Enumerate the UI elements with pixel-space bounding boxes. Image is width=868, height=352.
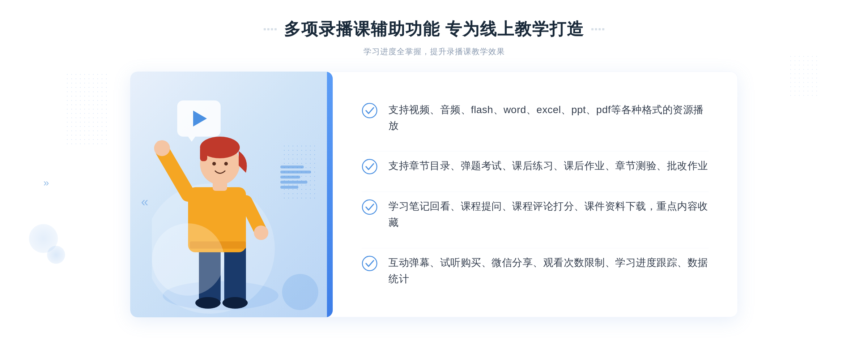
check-icon-2 [362, 159, 378, 175]
inner-arrow-decoration: « [141, 194, 148, 210]
feature-text-4: 互动弹幕、试听购买、微信分享、观看次数限制、学习进度跟踪、数据统计 [388, 255, 709, 287]
blue-accent-bar [327, 72, 333, 317]
deco-circle-large [152, 223, 224, 296]
main-title: 多项录播课辅助功能 专为线上教学打造 [284, 18, 584, 40]
dots-decoration-left [65, 72, 109, 145]
svg-point-20 [362, 159, 377, 174]
svg-rect-3 [224, 245, 246, 303]
svg-point-5 [222, 297, 248, 309]
page-container: » 多项录播课辅助功能 专为线上教学打造 学习进度全掌握，提升录播课教学效果 [0, 0, 868, 352]
feature-item-2: 支持章节目录、弹题考试、课后练习、课后作业、章节测验、批改作业 [362, 151, 709, 181]
feature-text-3: 学习笔记回看、课程提问、课程评论打分、课件资料下载，重点内容收藏 [388, 198, 709, 231]
sub-title: 学习进度全掌握，提升录播课教学效果 [264, 46, 605, 57]
header-section: 多项录播课辅助功能 专为线上教学打造 学习进度全掌握，提升录播课教学效果 [264, 18, 605, 57]
decoration-right [591, 28, 604, 30]
check-icon-3 [362, 199, 378, 215]
dots-decoration-right [788, 54, 817, 98]
feature-text-1: 支持视频、音频、flash、word、excel、ppt、pdf等各种格式的资源… [388, 102, 709, 134]
decoration-left [264, 28, 277, 30]
feature-text-2: 支持章节目录、弹题考试、课后练习、课后作业、章节测验、批改作业 [388, 158, 708, 174]
feature-item-3: 学习笔记回看、课程提问、课程评论打分、课件资料下载，重点内容收藏 [362, 192, 709, 237]
check-icon-1 [362, 103, 378, 119]
svg-point-17 [224, 162, 228, 166]
svg-point-22 [362, 256, 377, 271]
svg-point-16 [212, 162, 216, 166]
illustration-card: « [130, 72, 333, 317]
svg-point-10 [154, 140, 170, 156]
svg-point-4 [195, 297, 221, 309]
title-row: 多项录播课辅助功能 专为线上教学打造 [264, 18, 605, 40]
svg-point-21 [362, 200, 377, 214]
deco-circle-medium [282, 274, 318, 310]
main-card: « [130, 72, 738, 317]
check-icon-4 [362, 256, 378, 271]
feature-item-4: 互动弹幕、试听购买、微信分享、观看次数限制、学习进度跟踪、数据统计 [362, 248, 709, 294]
svg-point-11 [254, 226, 268, 240]
bg-circle-decoration-2 [47, 246, 65, 264]
svg-rect-15 [200, 147, 207, 161]
svg-line-8 [163, 151, 188, 194]
arrow-decoration-left: » [43, 177, 49, 189]
features-panel: 支持视频、音频、flash、word、excel、ppt、pdf等各种格式的资源… [329, 72, 738, 317]
feature-item-1: 支持视频、音频、flash、word、excel、ppt、pdf等各种格式的资源… [362, 95, 709, 141]
svg-point-19 [362, 103, 377, 118]
svg-rect-18 [157, 141, 161, 152]
